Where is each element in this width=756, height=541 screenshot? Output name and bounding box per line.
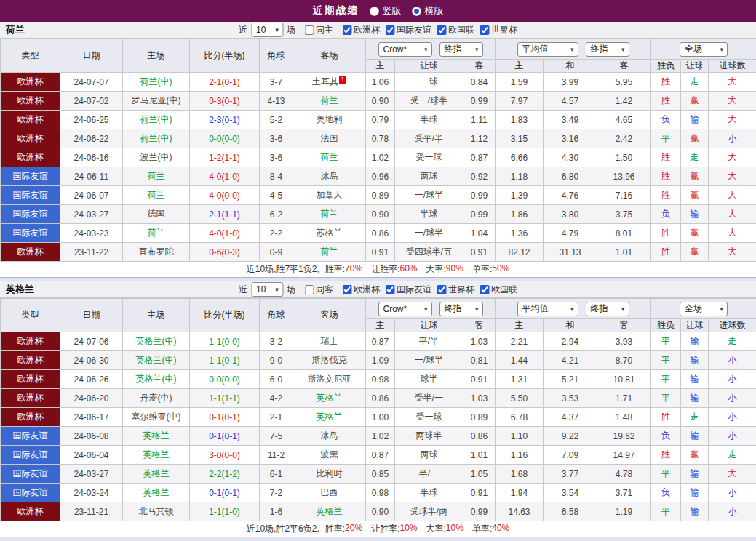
away-team-cell[interactable]: 荷兰: [293, 92, 366, 111]
match-row: 欧洲杯 24-06-20 丹麦(中) 1-1(1-1) 4-2 英格兰 0.86…: [1, 389, 756, 408]
odds-source-select[interactable]: Crow*▾: [378, 302, 432, 316]
same-venue-filter[interactable]: 同客: [299, 284, 333, 296]
checkbox-icon[interactable]: [480, 25, 489, 35]
home-team-cell[interactable]: 英格兰(中): [123, 351, 190, 370]
match-count-select[interactable]: 10▾: [251, 282, 283, 297]
away-team-cell[interactable]: 瑞士: [293, 332, 366, 351]
scope-select[interactable]: 全场▾: [680, 42, 728, 57]
layout-option-vertical[interactable]: 竖版: [370, 4, 402, 17]
checkbox-icon[interactable]: [304, 25, 314, 35]
scope-select[interactable]: 全场▾: [680, 302, 728, 316]
home-team-cell[interactable]: 英格兰: [123, 465, 190, 484]
away-team-cell[interactable]: 波黑: [293, 446, 366, 465]
away-team-cell[interactable]: 荷兰: [293, 205, 366, 224]
away-team-cell[interactable]: 奥地利: [293, 111, 366, 129]
home-team-cell[interactable]: 丹麦(中): [123, 389, 190, 408]
home-team-cell[interactable]: 波兰(中): [123, 148, 190, 167]
home-team-cell[interactable]: 荷兰(中): [123, 111, 190, 129]
competition-type-cell[interactable]: 欧洲杯: [1, 243, 60, 262]
league-filter[interactable]: 世界杯: [474, 24, 517, 36]
league-filter[interactable]: 世界杯: [431, 284, 474, 296]
away-team-cell[interactable]: 英格兰: [293, 389, 366, 408]
away-team-cell[interactable]: 苏格兰: [293, 224, 366, 243]
away-team-cell[interactable]: 土耳其1: [293, 73, 366, 92]
checkbox-icon[interactable]: [437, 285, 446, 294]
competition-type-cell[interactable]: 欧洲杯: [1, 148, 60, 167]
home-team-cell[interactable]: 英格兰: [123, 446, 190, 465]
away-team-cell[interactable]: 斯洛文尼亚: [293, 370, 366, 389]
final-odds-select-2[interactable]: 终指▾: [586, 302, 629, 316]
home-team-cell[interactable]: 英格兰: [123, 484, 190, 502]
average-select[interactable]: 平均值▾: [517, 42, 578, 57]
home-team-cell[interactable]: 直布罗陀: [123, 243, 190, 262]
competition-type-cell[interactable]: 国际友谊: [1, 465, 60, 484]
home-team-cell[interactable]: 罗马尼亚(中): [123, 92, 190, 111]
away-team-cell[interactable]: 荷兰: [293, 243, 366, 262]
final-odds-select[interactable]: 终指▾: [439, 302, 483, 316]
home-team-cell[interactable]: 英格兰: [123, 427, 190, 446]
same-venue-filter[interactable]: 同主: [299, 24, 333, 36]
home-team-cell[interactable]: 德国: [123, 205, 190, 224]
away-team-cell[interactable]: 斯洛伐克: [293, 351, 366, 370]
league-filter[interactable]: 欧洲杯: [337, 284, 380, 296]
league-filter[interactable]: 国际友谊: [380, 24, 431, 36]
competition-type-cell[interactable]: 欧洲杯: [1, 502, 60, 521]
home-team-cell[interactable]: 荷兰: [123, 167, 190, 186]
home-team-cell[interactable]: 塞尔维亚(中): [123, 408, 190, 427]
match-date-cell: 24-03-27: [60, 465, 123, 484]
home-team-cell[interactable]: 荷兰: [123, 186, 190, 205]
competition-type-cell[interactable]: 欧洲杯: [1, 73, 60, 92]
competition-type-cell[interactable]: 欧洲杯: [1, 111, 60, 129]
away-team-cell[interactable]: 加拿大: [293, 186, 366, 205]
competition-type-cell[interactable]: 欧洲杯: [1, 92, 60, 111]
league-filter[interactable]: 国际友谊: [380, 284, 431, 296]
checkbox-icon[interactable]: [342, 285, 351, 294]
layout-option-horizontal[interactable]: 横版: [412, 4, 444, 17]
home-team-cell[interactable]: 荷兰: [123, 224, 190, 243]
competition-type-cell[interactable]: 国际友谊: [1, 224, 60, 243]
away-team-label: 斯洛文尼亚: [308, 374, 351, 384]
away-team-cell[interactable]: 荷兰: [293, 148, 366, 167]
away-team-cell[interactable]: 英格兰: [293, 502, 366, 521]
home-team-cell[interactable]: 英格兰(中): [123, 370, 190, 389]
checkbox-icon[interactable]: [437, 25, 446, 35]
competition-type-cell[interactable]: 欧洲杯: [1, 129, 60, 148]
checkbox-icon[interactable]: [385, 285, 394, 294]
away-team-cell[interactable]: 冰岛: [293, 427, 366, 446]
away-team-cell[interactable]: 英格兰: [293, 408, 366, 427]
competition-type-cell[interactable]: 欧洲杯: [1, 408, 60, 427]
competition-type-cell[interactable]: 国际友谊: [1, 186, 60, 205]
competition-type-cell[interactable]: 欧洲杯: [1, 370, 60, 389]
checkbox-icon[interactable]: [304, 285, 314, 294]
home-team-cell[interactable]: 北马其顿: [123, 502, 190, 521]
away-team-cell[interactable]: 法国: [293, 129, 366, 148]
league-filter[interactable]: 欧国联: [431, 24, 474, 36]
away-team-cell[interactable]: 比利时: [293, 465, 366, 484]
odds-source-select[interactable]: Crow*▾: [378, 42, 432, 57]
league-filter[interactable]: 欧洲杯: [337, 24, 380, 36]
match-count-select[interactable]: 10▾: [251, 23, 283, 37]
home-team-cell[interactable]: 英格兰(中): [123, 332, 190, 351]
competition-type-cell[interactable]: 欧洲杯: [1, 351, 60, 370]
home-team-cell[interactable]: 荷兰(中): [123, 129, 190, 148]
competition-type-cell[interactable]: 国际友谊: [1, 484, 60, 502]
stat-label: 胜率:: [325, 263, 345, 276]
competition-type-cell[interactable]: 国际友谊: [1, 446, 60, 465]
score-cell: 4-0(1-0): [190, 167, 260, 186]
competition-type-cell[interactable]: 国际友谊: [1, 167, 60, 186]
competition-type-cell[interactable]: 欧洲杯: [1, 389, 60, 408]
league-filter[interactable]: 欧国联: [474, 284, 517, 296]
competition-type-cell[interactable]: 欧洲杯: [1, 332, 60, 351]
final-odds-select[interactable]: 终指▾: [439, 42, 483, 57]
checkbox-icon[interactable]: [342, 25, 351, 35]
away-team-cell[interactable]: 巴西: [293, 484, 366, 502]
final-odds-select-2[interactable]: 终指▾: [586, 42, 629, 57]
average-select[interactable]: 平均值▾: [517, 302, 578, 316]
checkbox-icon[interactable]: [385, 25, 394, 35]
checkbox-icon[interactable]: [480, 285, 489, 294]
competition-type-cell[interactable]: 国际友谊: [1, 427, 60, 446]
competition-type-cell[interactable]: 国际友谊: [1, 205, 60, 224]
home-team-cell[interactable]: 荷兰(中): [123, 73, 190, 92]
away-team-cell[interactable]: 冰岛: [293, 167, 366, 186]
result-wdl-cell: 胜: [651, 73, 681, 92]
